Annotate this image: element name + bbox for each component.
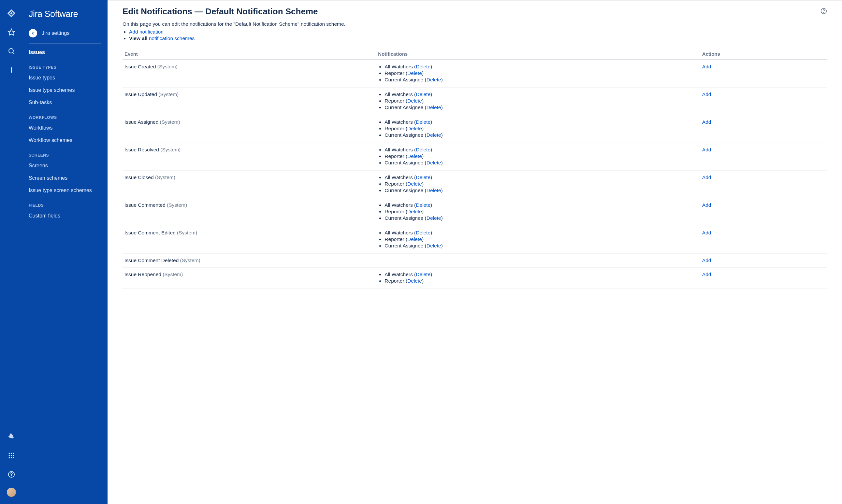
recipient-list: All Watchers (Delete)Reporter (Delete)Cu… [378, 64, 698, 83]
recipient-list: All Watchers (Delete)Reporter (Delete)Cu… [378, 202, 698, 221]
sidebar-item[interactable]: Workflow schemes [23, 134, 107, 146]
sidebar-group-header: SCREENS [23, 146, 107, 160]
svg-rect-12 [11, 457, 12, 458]
recipient-item: Current Assignee (Delete) [385, 160, 698, 166]
delete-recipient-link[interactable]: Delete [416, 272, 431, 277]
delete-recipient-link[interactable]: Delete [416, 64, 431, 69]
delete-recipient-link[interactable]: Delete [426, 215, 441, 221]
delete-recipient-link[interactable]: Delete [416, 230, 431, 235]
rocket-icon[interactable] [6, 431, 17, 442]
sidebar-item[interactable]: Screen schemes [23, 172, 107, 184]
recipient-name: Current Assignee ( [385, 77, 426, 83]
recipient-list: All Watchers (Delete)Reporter (Delete)Cu… [378, 147, 698, 166]
sidebar-item-issues[interactable]: Issues [23, 46, 107, 59]
table-row: Issue Assigned (System)All Watchers (Del… [123, 115, 827, 143]
sidebar-item[interactable]: Issue type schemes [23, 84, 107, 96]
svg-rect-10 [13, 455, 14, 456]
delete-recipient-link[interactable]: Delete [416, 147, 431, 152]
sidebar-item[interactable]: Issue types [23, 72, 107, 84]
add-recipient-link[interactable]: Add [702, 64, 711, 69]
delete-recipient-link[interactable]: Delete [426, 105, 441, 110]
cell-actions: Add [700, 143, 827, 170]
svg-rect-8 [9, 455, 10, 456]
add-recipient-link[interactable]: Add [702, 272, 711, 277]
recipient-item: All Watchers (Delete) [385, 147, 698, 153]
jira-logo-icon[interactable] [6, 8, 17, 19]
add-recipient-link[interactable]: Add [702, 257, 711, 263]
recipient-item: All Watchers (Delete) [385, 119, 698, 125]
add-recipient-link[interactable]: Add [702, 119, 711, 125]
event-name: Issue Closed [124, 175, 155, 180]
delete-recipient-link[interactable]: Delete [426, 132, 441, 138]
delete-recipient-link[interactable]: Delete [426, 243, 441, 248]
recipient-name: Reporter ( [385, 278, 407, 284]
delete-recipient-link[interactable]: Delete [407, 209, 422, 214]
recipient-name: Reporter ( [385, 209, 407, 214]
add-recipient-link[interactable]: Add [702, 230, 711, 235]
delete-recipient-link[interactable]: Delete [426, 187, 441, 193]
star-icon[interactable] [6, 27, 17, 38]
recipient-name: Reporter ( [385, 236, 407, 242]
sidebar-item[interactable]: Issue type screen schemes [23, 184, 107, 197]
event-name: Issue Assigned [124, 119, 160, 125]
delete-recipient-link[interactable]: Delete [426, 160, 441, 165]
recipient-name: Reporter ( [385, 154, 407, 159]
delete-recipient-link[interactable]: Delete [407, 126, 422, 131]
svg-line-2 [13, 52, 14, 54]
recipient-item: All Watchers (Delete) [385, 230, 698, 236]
svg-rect-9 [11, 455, 12, 456]
system-tag: (System) [177, 230, 197, 235]
search-icon[interactable] [6, 46, 17, 57]
recipient-name: Current Assignee ( [385, 132, 426, 138]
delete-recipient-link[interactable]: Delete [407, 278, 422, 284]
cell-notifications: All Watchers (Delete)Reporter (Delete)Cu… [376, 226, 700, 254]
table-row: Issue Created (System)All Watchers (Dele… [123, 59, 827, 88]
recipient-name: Reporter ( [385, 126, 407, 131]
sidebar-item[interactable]: Screens [23, 160, 107, 172]
add-notification-link[interactable]: Add notification [129, 29, 163, 35]
table-row: Issue Commented (System)All Watchers (De… [123, 198, 827, 226]
system-tag: (System) [157, 64, 178, 69]
th-notifications: Notifications [376, 49, 700, 59]
notification-schemes-link[interactable]: notification schemes [149, 35, 195, 41]
user-avatar[interactable] [7, 488, 16, 497]
sidebar-group-header: ISSUE TYPES [23, 59, 107, 72]
system-tag: (System) [160, 119, 180, 125]
recipient-item: Reporter (Delete) [385, 70, 698, 76]
delete-recipient-link[interactable]: Delete [426, 77, 441, 83]
cell-event: Issue Created (System) [123, 59, 376, 88]
recipient-item: Current Assignee (Delete) [385, 132, 698, 138]
page-help-icon[interactable] [821, 8, 827, 16]
delete-recipient-link[interactable]: Delete [407, 98, 422, 104]
create-icon[interactable] [6, 65, 17, 75]
sidebar-item[interactable]: Workflows [23, 122, 107, 134]
delete-recipient-link[interactable]: Delete [416, 91, 431, 97]
cell-notifications: All Watchers (Delete)Reporter (Delete)Cu… [376, 198, 700, 226]
help-icon[interactable] [6, 469, 17, 480]
add-recipient-link[interactable]: Add [702, 175, 711, 180]
delete-recipient-link[interactable]: Delete [416, 175, 431, 180]
th-event: Event [123, 49, 376, 59]
delete-recipient-link[interactable]: Delete [407, 154, 422, 159]
recipient-item: Reporter (Delete) [385, 126, 698, 131]
add-recipient-link[interactable]: Add [702, 91, 711, 97]
add-recipient-link[interactable]: Add [702, 202, 711, 208]
back-arrow-icon [29, 29, 37, 37]
svg-rect-11 [9, 457, 10, 458]
sidebar-group-header: WORKFLOWS [23, 109, 107, 122]
page-description: On this page you can edit the notificati… [123, 21, 827, 27]
recipient-item: Reporter (Delete) [385, 236, 698, 242]
cell-actions: Add [700, 226, 827, 254]
delete-recipient-link[interactable]: Delete [407, 70, 422, 76]
recipient-name: Reporter ( [385, 181, 407, 186]
delete-recipient-link[interactable]: Delete [407, 236, 422, 242]
sidebar-item[interactable]: Sub-tasks [23, 96, 107, 109]
apps-icon[interactable] [6, 450, 17, 461]
system-tag: (System) [155, 175, 175, 180]
delete-recipient-link[interactable]: Delete [407, 181, 422, 186]
delete-recipient-link[interactable]: Delete [416, 119, 431, 125]
back-to-settings[interactable]: Jira settings [23, 26, 107, 43]
add-recipient-link[interactable]: Add [702, 147, 711, 152]
sidebar-item[interactable]: Custom fields [23, 210, 107, 222]
delete-recipient-link[interactable]: Delete [416, 202, 431, 208]
